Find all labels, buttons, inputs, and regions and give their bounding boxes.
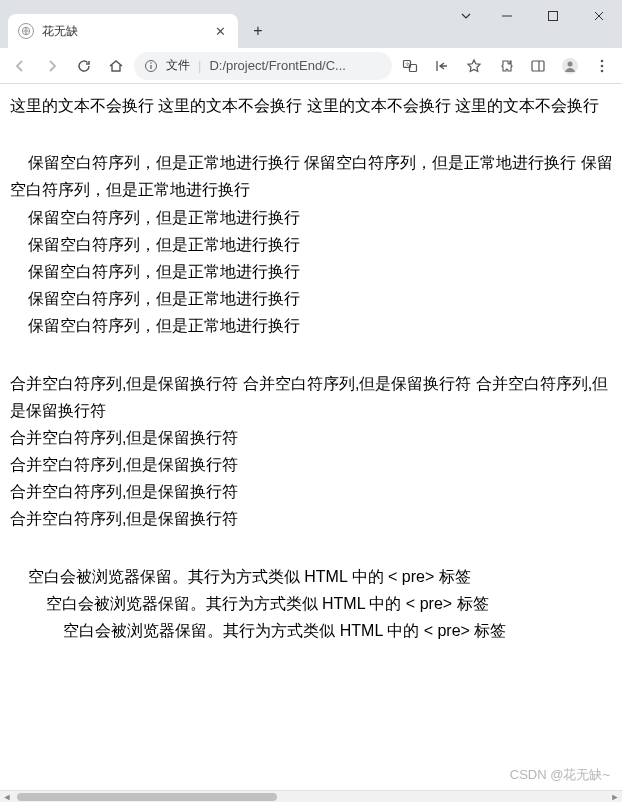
scroll-right-arrow[interactable]: ► (608, 792, 622, 802)
svg-rect-2 (549, 12, 558, 21)
watermark: CSDN @花无缺~ (510, 766, 610, 784)
tab-strip: 花无缺 ✕ + (0, 14, 448, 48)
window-controls (448, 0, 622, 32)
horizontal-scrollbar[interactable]: ◄ ► (0, 790, 622, 802)
star-icon[interactable] (460, 52, 488, 80)
prewrap-block: 保留空白符序列，但是正常地进行换行 保留空白符序列，但是正常地进行换行 保留空白… (10, 149, 622, 339)
chevron-down-icon[interactable] (448, 0, 484, 32)
separator: | (198, 58, 201, 73)
globe-icon (18, 23, 34, 39)
browser-tab[interactable]: 花无缺 ✕ (8, 14, 238, 48)
menu-icon[interactable] (588, 52, 616, 80)
profile-icon[interactable] (556, 52, 584, 80)
translate-icon[interactable]: 文 (396, 52, 424, 80)
preline-block: 合并空白符序列,但是保留换行符 合并空白符序列,但是保留换行符 合并空白符序列,… (10, 370, 622, 533)
svg-point-14 (601, 64, 604, 67)
share-icon[interactable] (428, 52, 456, 80)
maximize-button[interactable] (530, 0, 576, 32)
scroll-left-arrow[interactable]: ◄ (0, 792, 14, 802)
addr-chip: 文件 (166, 57, 190, 74)
nowrap-block: 这里的文本不会换行 这里的文本不会换行 这里的文本不会换行 这里的文本不会换行 (10, 92, 622, 119)
info-icon[interactable] (144, 59, 158, 73)
side-panel-icon[interactable] (524, 52, 552, 80)
address-bar[interactable]: 文件 | D:/project/FrontEnd/C... (134, 52, 392, 80)
svg-point-5 (150, 62, 152, 64)
home-button[interactable] (102, 52, 130, 80)
back-button[interactable] (6, 52, 34, 80)
svg-point-12 (568, 61, 573, 66)
reload-button[interactable] (70, 52, 98, 80)
browser-toolbar: 文件 | D:/project/FrontEnd/C... 文 (0, 48, 622, 84)
close-tab-icon[interactable]: ✕ (212, 23, 228, 39)
forward-button[interactable] (38, 52, 66, 80)
minimize-button[interactable] (484, 0, 530, 32)
svg-point-15 (601, 69, 604, 72)
addr-chip-label: 文件 (166, 57, 190, 74)
svg-point-13 (601, 59, 604, 62)
extensions-icon[interactable] (492, 52, 520, 80)
svg-text:文: 文 (405, 61, 410, 67)
window-titlebar: 花无缺 ✕ + (0, 0, 622, 48)
new-tab-button[interactable]: + (244, 17, 272, 45)
scroll-thumb[interactable] (17, 793, 277, 801)
svg-rect-9 (532, 61, 544, 71)
page-content: 这里的文本不会换行 这里的文本不会换行 这里的文本不会换行 这里的文本不会换行 … (0, 84, 622, 790)
pre-block: 空白会被浏览器保留。其行为方式类似 HTML 中的 < pre> 标签 空白会被… (10, 563, 622, 645)
tab-title: 花无缺 (42, 23, 212, 40)
close-window-button[interactable] (576, 0, 622, 32)
addr-path: D:/project/FrontEnd/C... (209, 58, 382, 73)
